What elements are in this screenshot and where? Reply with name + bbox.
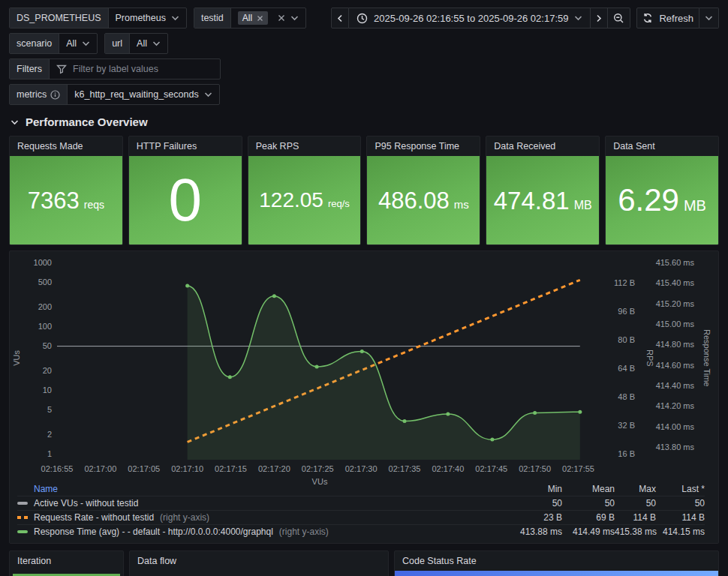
series-point [228, 375, 232, 379]
stat-panel-data-sent[interactable]: Data Sent 6.29MB [605, 136, 719, 245]
refresh-interval-dropdown[interactable] [699, 8, 719, 28]
legend-series-name[interactable]: Requests Rate - without testid(right y-a… [17, 512, 510, 523]
bottom-panels: Iteration Data flow Code Status Rate [9, 550, 719, 576]
url-label: url [105, 34, 129, 53]
stat-unit: req/s [328, 199, 350, 208]
series-color-marker [17, 530, 28, 533]
refresh-icon [642, 13, 653, 23]
chevron-left-icon [337, 14, 343, 22]
time-range-picker[interactable]: 2025-09-26 02:16:55 to 2025-09-26 02:17:… [349, 8, 591, 28]
series-point [360, 350, 364, 353]
axis-tick-label: 02:17:50 [519, 464, 551, 473]
datasource-picker[interactable]: DS_PROMETHEUS Prometheus [9, 8, 187, 28]
testid-picker[interactable]: testid All [194, 8, 306, 28]
filters-control[interactable]: Filters Filter by label values [9, 58, 221, 80]
axis-tick-label: 10 [43, 386, 52, 394]
legend-header-min[interactable]: Min [510, 484, 562, 494]
metrics-label: metrics [10, 85, 67, 104]
filter-placeholder: Filter by label values [73, 64, 158, 74]
stat-value: 486.08 [378, 189, 450, 212]
filter-input[interactable]: Filter by label values [49, 59, 220, 79]
stat-unit: reqs [84, 200, 104, 210]
legend-stat-min: 50 [510, 498, 562, 508]
x-axis: 02:16:5502:17:0002:17:0502:17:1002:17:15… [57, 464, 582, 475]
axis-tick-label: 02:17:45 [475, 464, 507, 473]
testid-value[interactable]: All [230, 8, 305, 28]
series-point [403, 419, 407, 423]
axis-tick-label: 112 B [614, 278, 635, 287]
stat-panel-requests-made[interactable]: Requests Made 7363reqs [9, 136, 123, 245]
scenario-value[interactable]: All [59, 34, 97, 53]
url-value[interactable]: All [129, 34, 167, 53]
legend-header-mean[interactable]: Mean [562, 484, 615, 494]
series-color-marker [17, 516, 28, 519]
stat-panel-http-failures[interactable]: HTTP Failures 0 [128, 136, 242, 245]
legend-stat-mean: 50 [562, 498, 615, 508]
datasource-label: DS_PROMETHEUS [10, 8, 108, 28]
legend-stat-last: 114 B [656, 512, 705, 523]
datasource-value[interactable]: Prometheus [108, 8, 186, 28]
topbar: DS_PROMETHEUS Prometheus testid All [9, 8, 719, 28]
chevron-down-icon [82, 40, 90, 46]
refresh-button[interactable]: Refresh [636, 8, 699, 28]
stat-panel-p95-response-time[interactable]: P95 Response Time 486.08ms [366, 136, 480, 245]
metrics-picker[interactable]: metrics k6_http_req_waiting_seconds [9, 84, 220, 105]
axis-tick-label: 414.20 ms [656, 401, 694, 410]
stat-panel-peak-rps[interactable]: Peak RPS 122.05req/s [248, 136, 362, 245]
time-shift-back-button[interactable] [331, 8, 349, 28]
iteration-panel[interactable]: Iteration [9, 550, 124, 576]
series-color-marker [17, 502, 28, 505]
axis-tick-label: 415.20 ms [656, 299, 694, 308]
legend-stat-min: 23 B [510, 512, 562, 523]
chevron-down-icon [290, 15, 299, 21]
response-time-axis-title: Response Time [701, 256, 713, 460]
legend-stat-last: 50 [656, 498, 705, 508]
stat-value: 122.05 [259, 190, 323, 211]
stat-unit: MB [574, 200, 592, 212]
chevron-down-icon [171, 15, 179, 21]
axis-tick-label: 64 B [618, 364, 635, 373]
timeseries-panel[interactable]: VUs 1000500200100502010521 112 B96 B80 B… [9, 250, 719, 544]
legend-series-name[interactable]: Active VUs - without testid [17, 498, 510, 508]
data-flow-panel[interactable]: Data flow [129, 550, 389, 576]
stat-panels: Requests Made 7363reqs HTTP Failures 0 P… [9, 136, 719, 245]
chevron-down-icon [705, 15, 713, 21]
axis-tick-label: 413.80 ms [656, 442, 694, 452]
legend-row: Active VUs - without testid50505050 [17, 496, 705, 510]
dashboard: DS_PROMETHEUS Prometheus testid All [0, 0, 728, 576]
scenario-label: scenario [10, 34, 59, 53]
row-performance-overview[interactable]: Performance Overview [11, 116, 719, 128]
stat-panel-data-received[interactable]: Data Received 474.81MB [486, 136, 600, 245]
axis-tick-label: 1 [47, 449, 52, 458]
series-area [188, 286, 580, 460]
chart-plot-area[interactable] [57, 256, 582, 460]
axis-tick-label: 20 [43, 366, 52, 375]
axis-tick-label: 2 [47, 430, 52, 439]
zoom-out-button[interactable] [608, 8, 630, 28]
testid-pill[interactable]: All [238, 11, 268, 25]
clock-icon [356, 13, 368, 24]
legend-header-name[interactable]: Name [17, 484, 510, 494]
legend-header-last[interactable]: Last * [656, 484, 705, 494]
close-icon[interactable] [257, 15, 263, 22]
rps-axis-title: RPS [645, 256, 655, 460]
zoom-out-icon [613, 13, 624, 24]
metrics-value[interactable]: k6_http_req_waiting_seconds [67, 85, 218, 104]
axis-tick-label: 5 [47, 405, 52, 414]
axis-tick-label: 02:17:00 [84, 464, 116, 473]
axis-tick-label: 414.00 ms [656, 422, 694, 431]
url-picker[interactable]: url All [104, 33, 168, 54]
code-status-rate-panel[interactable]: Code Status Rate [394, 550, 719, 576]
time-controls: 2025-09-26 02:16:55 to 2025-09-26 02:17:… [331, 8, 719, 28]
variable-controls-row1: DS_PROMETHEUS Prometheus testid All [9, 8, 306, 28]
axis-tick-label: 50 [43, 341, 52, 350]
legend-series-name[interactable]: Response Time (avg) - - default - http:/… [17, 526, 510, 537]
axis-tick-label: 414.60 ms [656, 361, 694, 370]
clear-all-icon[interactable] [278, 14, 285, 22]
time-shift-forward-button[interactable] [591, 8, 608, 28]
series-point [446, 412, 450, 416]
axis-tick-label: 02:17:25 [302, 464, 334, 473]
chevron-down-icon [204, 92, 212, 98]
scenario-picker[interactable]: scenario All [9, 33, 98, 54]
legend-header-max[interactable]: Max [615, 484, 656, 494]
